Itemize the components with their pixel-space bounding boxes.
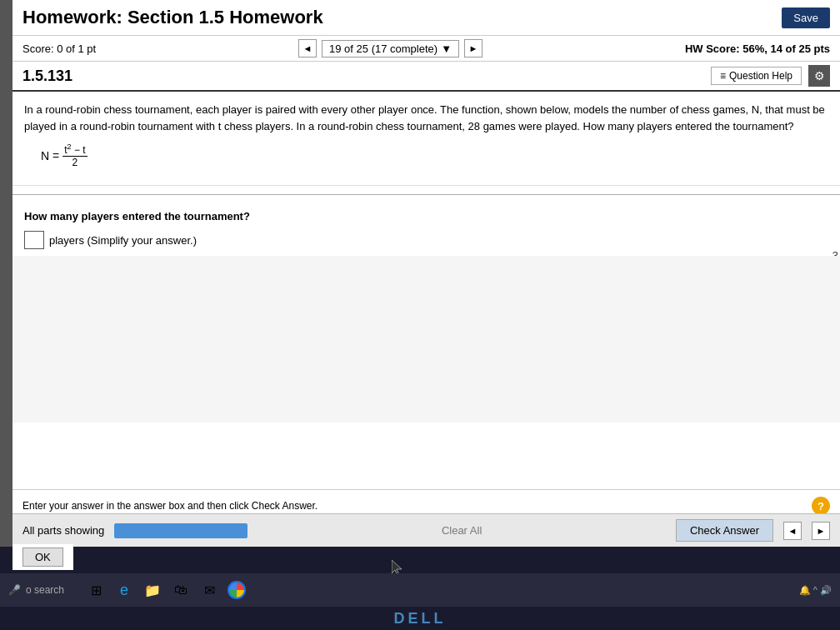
store-icon[interactable]: 🛍 (171, 580, 191, 600)
question-help-button[interactable]: ≡ Question Help (711, 67, 802, 85)
question-help-label: Question Help (729, 70, 792, 82)
taskbar-search-area: 🎤 o search (8, 584, 64, 596)
completion-progress-bar (114, 523, 248, 538)
formula-container: N = t2 − t 2 (41, 142, 828, 168)
header: Homework: Section 1.5 Homework Save (12, 0, 840, 36)
answer-work-area (12, 256, 840, 422)
edge-icon[interactable]: e (114, 580, 134, 600)
problem-controls: ≡ Question Help ⚙ (711, 65, 830, 87)
help-icon: ? (818, 500, 824, 512)
navigation-controls: ◄ 19 of 25 (17 complete) ▼ ► (298, 39, 482, 58)
problem-bar: 1.5.131 ≡ Question Help ⚙ (12, 62, 840, 92)
fraction: t2 − t 2 (62, 142, 87, 168)
help-button[interactable]: ? (812, 497, 830, 515)
question-text: How many players entered the tournament? (24, 210, 828, 222)
chrome-icon[interactable] (228, 581, 246, 599)
left-sidebar-panel (0, 0, 12, 547)
numerator: t2 − t (62, 142, 87, 157)
ok-button[interactable]: OK (22, 548, 63, 567)
problem-number: 1.5.131 (22, 68, 72, 85)
ok-area: OK (12, 544, 73, 570)
save-button[interactable]: Save (782, 8, 830, 28)
taskbar: 🎤 o search ⊞ e 📁 🛍 ✉ 🔔 ^ 🔊 DELL (0, 573, 840, 630)
dropdown-arrow: ▼ (441, 42, 452, 55)
gear-icon: ⚙ (814, 69, 825, 82)
next-question-button[interactable]: ► (464, 39, 482, 58)
dell-brand: DELL (0, 607, 840, 630)
system-icons: 🔔 ^ 🔊 (799, 585, 832, 596)
main-content-area: Homework: Section 1.5 Homework Save Scor… (12, 0, 840, 547)
taskbar-icons-row: ⊞ e 📁 🛍 ✉ (86, 580, 246, 600)
settings-button[interactable]: ⚙ (808, 65, 830, 87)
search-icon: 🎤 (8, 584, 21, 596)
taskbar-top: 🎤 o search ⊞ e 📁 🛍 ✉ 🔔 ^ 🔊 (0, 573, 840, 607)
search-label: o search (26, 584, 64, 596)
clear-all-button[interactable]: Clear All (258, 524, 666, 537)
page-title: Homework: Section 1.5 Homework (22, 7, 323, 28)
progress-dropdown[interactable]: 19 of 25 (17 complete) ▼ (322, 40, 459, 58)
toolbar-prev-button[interactable]: ◄ (783, 522, 802, 540)
answer-label: players (Simplify your answer.) (49, 234, 197, 247)
score-label: Score: 0 of 1 pt (22, 42, 96, 55)
formula-left: N = (41, 149, 59, 162)
instruction-text: Enter your answer in the answer box and … (22, 500, 318, 512)
file-explorer-icon[interactable]: 📁 (142, 580, 162, 600)
question-section: How many players entered the tournament?… (12, 203, 840, 256)
formula: N = t2 − t 2 (41, 142, 88, 168)
prev-question-button[interactable]: ◄ (298, 39, 317, 58)
check-answer-button[interactable]: Check Answer (676, 519, 773, 542)
all-parts-label: All parts showing (22, 524, 104, 537)
answer-input[interactable] (24, 231, 44, 249)
score-bar: Score: 0 of 1 pt ◄ 19 of 25 (17 complete… (12, 36, 840, 62)
section-divider (12, 194, 840, 195)
windows-icon[interactable]: ⊞ (86, 580, 106, 600)
answer-row: players (Simplify your answer.) (24, 231, 828, 249)
list-icon: ≡ (720, 70, 726, 82)
mail-icon[interactable]: ✉ (199, 580, 219, 600)
taskbar-right-area: 🔔 ^ 🔊 (799, 585, 832, 596)
bottom-toolbar: All parts showing Clear All Check Answer… (12, 513, 840, 547)
denominator: 2 (71, 157, 80, 168)
toolbar-next-button[interactable]: ► (812, 522, 830, 540)
problem-content: In a round-robin chess tournament, each … (12, 92, 840, 186)
hw-score-label: HW Score: 56%, 14 of 25 pts (685, 42, 830, 55)
progress-text: 19 of 25 (17 complete) (329, 42, 438, 55)
problem-text: In a round-robin chess tournament, each … (24, 102, 828, 134)
